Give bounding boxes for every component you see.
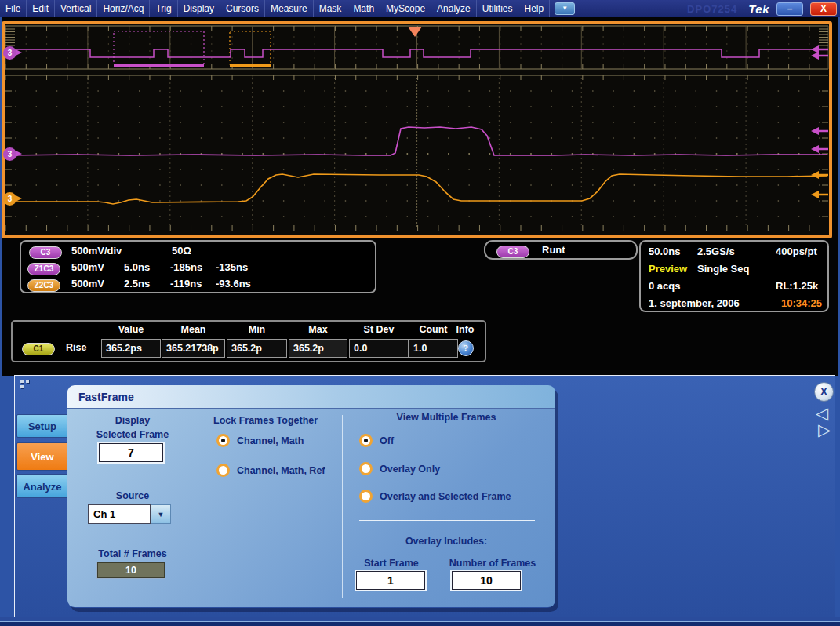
meas-header-mean: Mean (162, 324, 225, 337)
menu-dropdown-button[interactable]: ▼ (555, 2, 575, 15)
meas-value: 365.2ps (101, 339, 161, 358)
meas-header-max: Max (289, 324, 347, 337)
waveform-graticule (5, 24, 829, 235)
vertical-readout-box: C3 500mV/div 50Ω Z1C3 500mV 5.0ns -185ns… (20, 240, 376, 293)
acq-timebase: 50.0ns (649, 246, 680, 257)
control-panel: Setup View Analyze FastFrame Display Sel… (14, 375, 835, 617)
z1c3-timebase: 5.0ns (124, 261, 150, 273)
meas-min: 365.2p (227, 339, 287, 358)
next-arrow-button[interactable]: ▷ (818, 421, 831, 438)
previous-arrow-button[interactable]: ◁ (816, 405, 828, 421)
number-of-frames-label: Number of Frames (439, 558, 546, 569)
radio-off[interactable]: Off (359, 434, 394, 447)
radio-overlay-selected[interactable]: Overlay and Selected Frame (359, 490, 511, 503)
menu-item-display[interactable]: Display (178, 0, 220, 17)
bottom-strip (0, 617, 840, 626)
view-multiple-heading: View Multiple Frames (344, 412, 549, 423)
number-of-frames-input[interactable]: 10 (452, 571, 521, 590)
total-frames-value: 10 (97, 562, 165, 578)
acq-samplerate: 2.5GS/s (697, 246, 735, 257)
chevron-down-icon[interactable]: ▼ (151, 504, 171, 524)
meas-max: 365.2p (289, 339, 347, 358)
tek-logo: Tek (748, 2, 769, 16)
acq-time: 10:34:25 (781, 297, 822, 309)
info-icon[interactable]: ? (458, 340, 474, 356)
zoom1-region-box[interactable] (114, 31, 204, 64)
z2c3-start: -119ns (170, 278, 202, 289)
menu-item-myscope[interactable]: MyScope (380, 0, 431, 17)
column-separator (198, 415, 198, 598)
meas-header-value: Value (101, 324, 161, 337)
z2c3-badge: Z2C3 (27, 278, 60, 292)
menu-item-measure[interactable]: Measure (265, 0, 314, 17)
menu-bar: FileEditVerticalHoriz/AcqTrigDisplayCurs… (0, 0, 840, 17)
acq-count: 0 acqs (649, 280, 680, 292)
ch3-scale: 500mV/div (71, 245, 122, 257)
menu-right-cluster: DPO7254 Tek – X (601, 0, 840, 17)
tab-analyze[interactable]: Analyze (16, 474, 68, 498)
trigger-readout-box: C3 Runt (484, 240, 638, 260)
channel3-zoom2-marker[interactable]: 3 (3, 192, 16, 206)
panel-grip-icon[interactable] (20, 380, 31, 389)
menu-item-analyze[interactable]: Analyze (431, 0, 477, 17)
menu-item-file[interactable]: File (0, 0, 27, 17)
z1c3-scale: 500mV (71, 261, 104, 273)
fastframe-dialog: FastFrame Display Selected Frame 7 Sourc… (67, 385, 555, 608)
z2c3-scale: 500mV (71, 278, 104, 289)
scope-area: 3 3 3 C3 500mV/div 50Ω Z1C3 500mV 5.0ns … (2, 17, 838, 376)
selected-frame-input[interactable]: 7 (99, 443, 163, 462)
menu-item-mask[interactable]: Mask (314, 0, 348, 17)
dialog-body: Display Selected Frame 7 Source Ch 1 ▼ T… (67, 409, 555, 607)
z2c3-end: -93.6ns (216, 278, 251, 289)
meas-mean: 365.21738p (162, 339, 225, 358)
menu-item-edit[interactable]: Edit (27, 0, 55, 17)
acq-mode: Single Seq (697, 263, 749, 275)
menu-item-utilities[interactable]: Utilities (477, 0, 519, 17)
acq-record-length: RL:1.25k (776, 280, 818, 292)
menu-item-trig[interactable]: Trig (150, 0, 177, 17)
z1c3-badge: Z1C3 (27, 262, 60, 275)
display-heading: Display (67, 415, 198, 426)
channel3-overview-marker[interactable]: 3 (3, 46, 16, 60)
radio-icon[interactable] (216, 464, 230, 477)
menu-item-help[interactable]: Help (518, 0, 550, 17)
channel3-zoom1-marker[interactable]: 3 (3, 147, 16, 161)
start-frame-label: Start Frame (344, 558, 439, 569)
dialog-title: FastFrame (67, 385, 555, 409)
tab-setup[interactable]: Setup (16, 414, 68, 438)
radio-icon[interactable] (216, 434, 230, 447)
menu-item-horizacq[interactable]: Horiz/Acq (97, 0, 150, 17)
zoom1-region-bar[interactable] (114, 64, 204, 67)
tab-view[interactable]: View (16, 442, 68, 471)
meas-count: 1.0 (409, 339, 458, 358)
panel-close-button[interactable]: X (814, 382, 834, 402)
overlay-includes-heading: Overlay Includes: (344, 536, 549, 547)
meas-name: Rise (66, 342, 86, 353)
zoom2-region-box[interactable] (230, 31, 271, 64)
window-close-button[interactable]: X (810, 2, 837, 16)
z1c3-start: -185ns (170, 261, 202, 273)
meas-header-min: Min (227, 324, 287, 337)
zoom2-region-bar[interactable] (230, 64, 271, 67)
start-frame-input[interactable]: 1 (356, 571, 425, 590)
minimize-button[interactable]: – (776, 2, 803, 16)
source-value[interactable]: Ch 1 (88, 504, 151, 524)
ch3-badge: C3 (29, 246, 62, 259)
radio-channel-math[interactable]: Channel, Math (216, 434, 304, 447)
meas-header-info: Info (444, 324, 486, 337)
radio-overlay-only[interactable]: Overlay Only (359, 462, 440, 475)
radio-channel-math-ref[interactable]: Channel, Math, Ref (216, 464, 325, 477)
menu-item-math[interactable]: Math (347, 0, 380, 17)
waveform-display: 3 3 3 (2, 21, 832, 238)
source-label: Source (67, 490, 198, 501)
trigger-source-badge: C3 (496, 245, 529, 258)
radio-icon[interactable] (359, 490, 373, 503)
oscilloscope-screen: FileEditVerticalHoriz/AcqTrigDisplayCurs… (0, 0, 840, 626)
ch3-impedance: 50Ω (172, 245, 191, 257)
acq-date: 1. september, 2006 (649, 297, 740, 309)
radio-icon[interactable] (359, 462, 373, 475)
source-dropdown[interactable]: Ch 1 ▼ (88, 504, 171, 524)
radio-icon[interactable] (359, 434, 373, 447)
menu-item-cursors[interactable]: Cursors (220, 0, 265, 17)
menu-item-vertical[interactable]: Vertical (55, 0, 97, 17)
